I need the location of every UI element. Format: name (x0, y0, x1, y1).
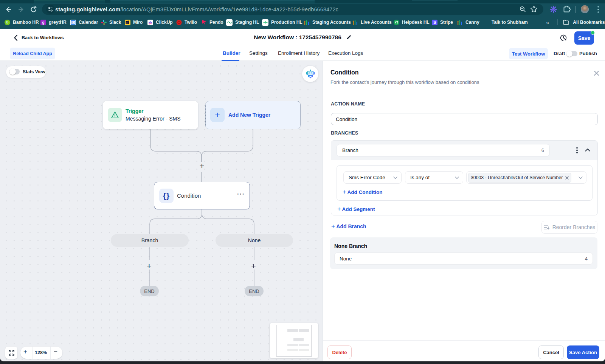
svg-text:12: 12 (72, 21, 75, 24)
